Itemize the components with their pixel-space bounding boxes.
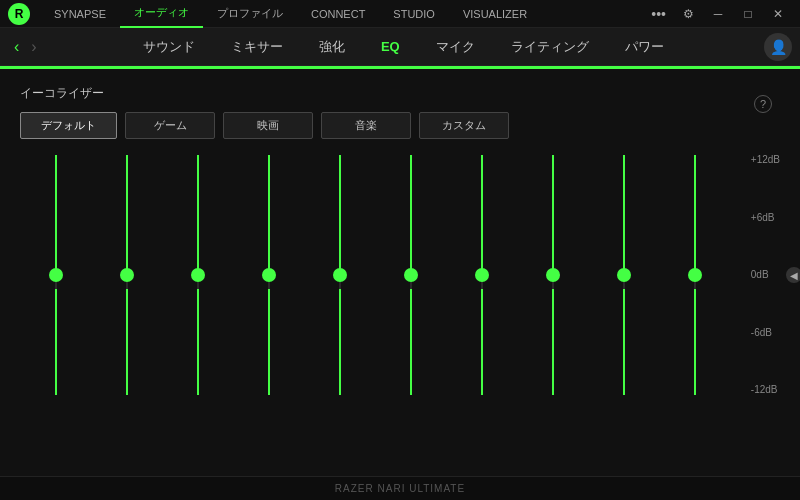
- titlebar-nav-studio[interactable]: STUDIO: [379, 0, 449, 28]
- preset-btn-3[interactable]: 音楽: [321, 112, 411, 139]
- device-label: RAZER NARI ULTIMATE: [335, 483, 465, 494]
- db-label-4: -12dB: [751, 385, 780, 395]
- slider-col-7: [518, 155, 589, 415]
- eq-section: イーコライザー ? デフォルトゲーム映画音楽カスタム +12dB+6dB0dB-…: [20, 85, 780, 415]
- window-controls: ⚙ ─ □ ✕: [674, 3, 792, 25]
- footer: RAZER NARI ULTIMATE: [0, 476, 800, 500]
- tab-5[interactable]: ライティング: [493, 28, 607, 66]
- slider-col-3: [233, 155, 304, 415]
- svg-text:R: R: [15, 7, 24, 21]
- slider-thumb-7[interactable]: [546, 268, 560, 282]
- slider-track-2[interactable]: [197, 155, 199, 395]
- slider-track-5[interactable]: [410, 155, 412, 395]
- slider-thumb-4[interactable]: [333, 268, 347, 282]
- forward-button[interactable]: ›: [25, 28, 42, 66]
- navbar-tabs: サウンドミキサー強化EQマイクライティングパワー: [43, 28, 764, 66]
- tab-0[interactable]: サウンド: [125, 28, 213, 66]
- slider-col-0: [20, 155, 91, 415]
- back-button[interactable]: ‹: [8, 28, 25, 66]
- slider-thumb-6[interactable]: [475, 268, 489, 282]
- eq-area: +12dB+6dB0dB-6dB-12dB ◀: [20, 155, 780, 415]
- db-arrow-button[interactable]: ◀: [786, 267, 800, 283]
- db-labels: +12dB+6dB0dB-6dB-12dB: [751, 155, 780, 395]
- slider-col-2: [162, 155, 233, 415]
- preset-btn-2[interactable]: 映画: [223, 112, 313, 139]
- slider-track-1[interactable]: [126, 155, 128, 395]
- slider-col-4: [304, 155, 375, 415]
- slider-col-1: [91, 155, 162, 415]
- preset-buttons: デフォルトゲーム映画音楽カスタム: [20, 112, 780, 139]
- sliders-container: [20, 155, 731, 415]
- slider-track-6[interactable]: [481, 155, 483, 395]
- tab-1[interactable]: ミキサー: [213, 28, 301, 66]
- close-button[interactable]: ✕: [764, 3, 792, 25]
- more-button[interactable]: •••: [643, 6, 674, 22]
- slider-thumb-3[interactable]: [262, 268, 276, 282]
- slider-thumb-1[interactable]: [120, 268, 134, 282]
- slider-track-4[interactable]: [339, 155, 341, 395]
- slider-thumb-2[interactable]: [191, 268, 205, 282]
- slider-track-0[interactable]: [55, 155, 57, 395]
- minimize-button[interactable]: ─: [704, 3, 732, 25]
- navbar: ‹ › サウンドミキサー強化EQマイクライティングパワー 👤: [0, 28, 800, 66]
- settings-button[interactable]: ⚙: [674, 3, 702, 25]
- slider-track-3[interactable]: [268, 155, 270, 395]
- slider-track-9[interactable]: [694, 155, 696, 395]
- slider-thumb-0[interactable]: [49, 268, 63, 282]
- titlebar-nav-プロファイル[interactable]: プロファイル: [203, 0, 297, 28]
- slider-thumb-5[interactable]: [404, 268, 418, 282]
- slider-col-8: [589, 155, 660, 415]
- db-label-0: +12dB: [751, 155, 780, 165]
- slider-col-5: [375, 155, 446, 415]
- slider-col-6: [446, 155, 517, 415]
- db-label-2: 0dB: [751, 270, 780, 280]
- avatar[interactable]: 👤: [764, 33, 792, 61]
- slider-track-7[interactable]: [552, 155, 554, 395]
- help-button[interactable]: ?: [754, 95, 772, 113]
- slider-col-9: [660, 155, 731, 415]
- titlebar-nav-synapse[interactable]: SYNAPSE: [40, 0, 120, 28]
- slider-thumb-9[interactable]: [688, 268, 702, 282]
- eq-title: イーコライザー: [20, 85, 780, 102]
- titlebar-nav-オーディオ[interactable]: オーディオ: [120, 0, 203, 28]
- maximize-button[interactable]: □: [734, 3, 762, 25]
- db-label-1: +6dB: [751, 213, 780, 223]
- preset-btn-4[interactable]: カスタム: [419, 112, 509, 139]
- titlebar: R SYNAPSEオーディオプロファイルCONNECTSTUDIOVISUALI…: [0, 0, 800, 28]
- tab-3[interactable]: EQ: [363, 28, 418, 66]
- titlebar-nav-visualizer[interactable]: VISUALIZER: [449, 0, 541, 28]
- preset-btn-1[interactable]: ゲーム: [125, 112, 215, 139]
- titlebar-nav: SYNAPSEオーディオプロファイルCONNECTSTUDIOVISUALIZE…: [40, 0, 541, 28]
- titlebar-nav-connect[interactable]: CONNECT: [297, 0, 379, 28]
- razer-logo: R: [8, 3, 30, 25]
- db-label-3: -6dB: [751, 328, 780, 338]
- tab-6[interactable]: パワー: [607, 28, 682, 66]
- tab-4[interactable]: マイク: [418, 28, 493, 66]
- preset-btn-0[interactable]: デフォルト: [20, 112, 117, 139]
- slider-track-8[interactable]: [623, 155, 625, 395]
- tab-2[interactable]: 強化: [301, 28, 363, 66]
- main-content: イーコライザー ? デフォルトゲーム映画音楽カスタム +12dB+6dB0dB-…: [0, 69, 800, 476]
- slider-thumb-8[interactable]: [617, 268, 631, 282]
